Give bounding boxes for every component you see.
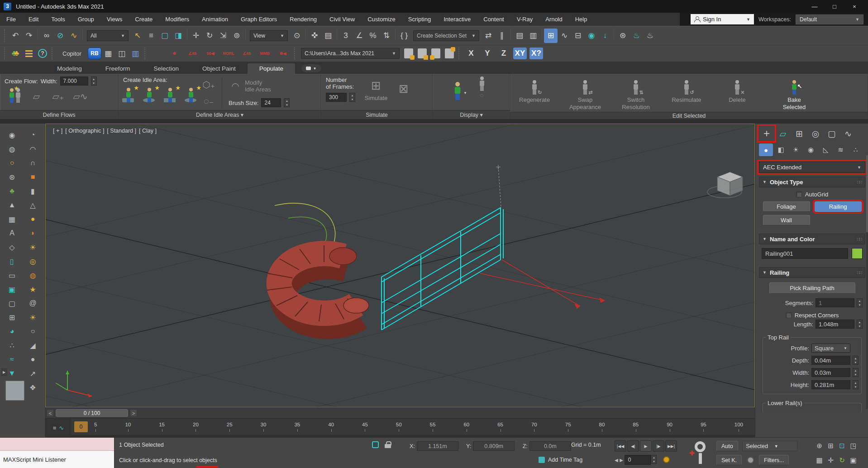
key-filters-button[interactable]: Filters...: [759, 455, 789, 465]
separator[interactable]: [38, 29, 38, 39]
help-icon[interactable]: ?: [36, 46, 49, 61]
display-slice-icon[interactable]: ◌: [475, 92, 489, 98]
z-coordinate-field[interactable]: 0.0m: [529, 441, 571, 451]
align-icon[interactable]: ∥: [495, 29, 509, 43]
sign-in-button[interactable]: Sign In ▼: [691, 14, 754, 24]
spacewarps-category-tab[interactable]: ≋: [834, 143, 848, 156]
flow-width-field[interactable]: 7.000: [60, 76, 88, 86]
panel-scrollbar[interactable]: [866, 155, 868, 409]
cancel-simulation-icon[interactable]: ⊠: [397, 81, 410, 96]
key-selection-dropdown[interactable]: Selected▼: [742, 441, 797, 451]
star-icon[interactable]: ★: [25, 282, 41, 296]
regenerate-button[interactable]: ↻ Regenerate: [515, 78, 554, 104]
schematic-view-icon[interactable]: ⊟: [571, 29, 585, 43]
helpers-category-tab[interactable]: ◺: [819, 143, 833, 156]
play-button[interactable]: ▶: [640, 440, 652, 452]
render-presets-icon[interactable]: ↓: [598, 29, 612, 43]
idle-custom-icon[interactable]: ★: [187, 88, 197, 102]
toolbar-grip[interactable]: [4, 48, 6, 59]
current-frame-marker[interactable]: 0: [74, 421, 88, 432]
window-frame-icon[interactable]: ◫: [115, 46, 129, 61]
foliage-button[interactable]: Foliage: [763, 201, 810, 212]
display-skeleton-icon[interactable]: [478, 76, 485, 91]
delete-button[interactable]: ✕ Delete: [718, 78, 757, 104]
pick-railing-path-button[interactable]: Pick Railing Path: [769, 282, 855, 294]
menu-item[interactable]: Views: [100, 13, 129, 26]
modify-tab[interactable]: ▱: [775, 126, 791, 141]
name-color-header[interactable]: ▼ Name and Color ∷∷: [759, 234, 865, 244]
set-keys-button[interactable]: ✚: [691, 441, 711, 465]
maxscript-mini-listener[interactable]: MAXScript Mini Listener: [0, 438, 114, 468]
mini-curve-editor-icon[interactable]: ∿: [59, 425, 64, 431]
bake-selected-button[interactable]: ↖ Bake Selected: [775, 76, 814, 111]
macro-recorder-pane[interactable]: [0, 438, 114, 451]
minimize-button[interactable]: —: [805, 0, 825, 12]
menu-item[interactable]: Civil View: [323, 13, 361, 26]
axis-xq-button[interactable]: X?: [529, 48, 543, 59]
toolbar-grip[interactable]: [294, 48, 296, 59]
eye-icon[interactable]: ◕: [4, 325, 20, 338]
axis-z-button[interactable]: Z: [497, 48, 510, 59]
render-setup-icon[interactable]: ⊛: [616, 29, 630, 43]
frame-spinner[interactable]: ▲▼: [651, 455, 657, 464]
percent-snap-icon[interactable]: %: [366, 29, 380, 43]
menu-item[interactable]: Create: [129, 13, 159, 26]
script-settings-icon[interactable]: [402, 46, 415, 61]
pan-hand-icon[interactable]: ✛: [825, 455, 836, 466]
select-manipulate-icon[interactable]: ✜: [308, 29, 321, 43]
monitor-icon[interactable]: ▢: [4, 296, 20, 310]
idle-talking-icon[interactable]: ★: [167, 88, 176, 102]
field-of-view-icon[interactable]: ◳: [848, 440, 859, 451]
donut-icon[interactable]: ◍: [25, 268, 41, 282]
resimulate-button[interactable]: ↺ Resimulate: [667, 78, 706, 104]
depth-field[interactable]: 0.04m: [811, 356, 850, 365]
script-open-icon[interactable]: [415, 46, 429, 61]
idle-seated-icon[interactable]: ★: [125, 88, 135, 102]
ribbon-tab[interactable]: Modeling: [45, 63, 94, 74]
switch-resolution-button[interactable]: ⇅ Switch Resolution: [616, 78, 655, 111]
dome-icon[interactable]: ◗: [25, 226, 41, 240]
y-coordinate-field[interactable]: 0.809m: [473, 441, 515, 451]
railing-path-lines[interactable]: [480, 260, 605, 308]
select-by-name-icon[interactable]: ≡: [144, 29, 158, 43]
layer-explorer-icon[interactable]: ▥: [526, 29, 540, 43]
hand-icon[interactable]: ❖: [25, 381, 41, 394]
viewport-menu-standard[interactable]: [ Standard ]: [107, 128, 136, 134]
rb-script-button[interactable]: RB: [88, 48, 101, 59]
time-slider[interactable]: 0 / 100: [56, 409, 128, 417]
named-selection-set-dropdown[interactable]: Create Selection Set▼: [413, 30, 479, 41]
key-mode-icon[interactable]: [747, 457, 754, 463]
macro-norl-icon[interactable]: NORL: [219, 46, 238, 61]
profile-dropdown[interactable]: Square ▼: [811, 344, 850, 353]
edit-selected-group-label[interactable]: Edit Selected: [510, 112, 868, 119]
railing-object-selected[interactable]: [382, 208, 503, 330]
height-spinner[interactable]: ▲▼: [853, 380, 858, 389]
railing-button[interactable]: Railing: [815, 201, 862, 212]
viewport-menu-pov[interactable]: [ Orthographic ]: [65, 128, 104, 134]
menu-item[interactable]: Animation: [196, 13, 234, 26]
menu-item[interactable]: Interactive: [437, 13, 477, 26]
arch-icon[interactable]: ∩: [25, 156, 41, 170]
flow-ramp-edit-icon[interactable]: ▱∿: [73, 89, 87, 104]
sculpt-tool-icon[interactable]: ◔: [25, 128, 41, 142]
ribbon-tab[interactable]: Object Paint: [191, 63, 248, 74]
auto-key-button[interactable]: Auto: [716, 441, 738, 451]
bulb-icon[interactable]: ○: [4, 156, 20, 170]
script-copy-icon[interactable]: [429, 46, 443, 61]
axis-y-button[interactable]: Y: [481, 48, 494, 59]
menu-item[interactable]: Content: [477, 13, 510, 26]
plane-icon[interactable]: ▭: [4, 268, 20, 282]
scene-explorer-icon[interactable]: ▤: [513, 29, 526, 43]
lights-category-tab[interactable]: ☀: [789, 143, 803, 156]
render-production-icon[interactable]: ♨: [643, 29, 657, 43]
toolbar-grip[interactable]: [144, 48, 147, 59]
create-tab[interactable]: +: [759, 126, 774, 141]
toolbar-grip[interactable]: [458, 48, 461, 59]
length-field[interactable]: 1.048m: [816, 320, 854, 329]
flow-ramp-icon[interactable]: ▱: [29, 89, 43, 104]
macro-angle45-icon[interactable]: ∠45: [183, 46, 201, 61]
menu-item[interactable]: Customize: [361, 13, 401, 26]
project-path-dropdown[interactable]: C:\Users\Ara...3ds Max 2021▼: [301, 48, 400, 59]
cylinder-icon[interactable]: ▯: [4, 254, 20, 268]
people-tool-icon[interactable]: ◉: [4, 128, 20, 142]
